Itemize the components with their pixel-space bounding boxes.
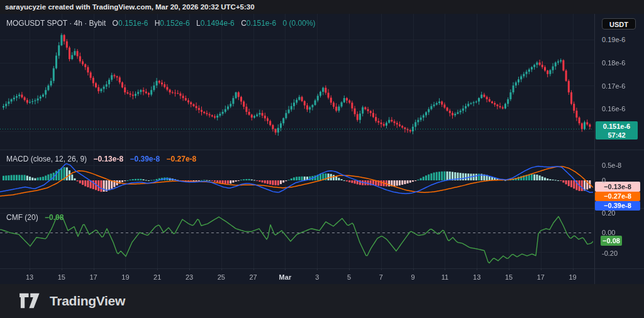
price-axis-label: 0.00 [602, 229, 615, 236]
price-axis-label: 0.5e-8 [602, 162, 621, 169]
pane-separator[interactable] [0, 150, 644, 150]
time-axis-label: 5 [347, 273, 351, 281]
cmf-title: CMF (20) [6, 213, 38, 222]
time-axis-label: 23 [186, 273, 193, 281]
time-axis-tick [573, 268, 574, 270]
ohlc-close-label: C [241, 19, 247, 28]
time-axis-tick [94, 268, 94, 270]
time-axis-tick [541, 268, 541, 270]
time-axis-tick [221, 268, 222, 270]
time-axis-tick [477, 268, 477, 270]
ohlc-low-value: 0.1494e-6 [201, 19, 235, 28]
symbol-title: MOGUSDT SPOT · 4h · Bybit [6, 19, 106, 28]
time-axis-tick [157, 268, 158, 270]
tradingview-logo-text: TradingView [50, 293, 125, 309]
chart-widget: sarayucyzie created with TradingView.com… [0, 0, 644, 318]
time-axis-tick [445, 268, 445, 270]
ohlc-low-label: L [196, 19, 201, 28]
price-axis-label: 0.20 [602, 209, 615, 217]
time-axis-separator [0, 268, 644, 269]
bottom-bar: TradingView [0, 284, 644, 318]
time-axis-label: 25 [218, 273, 225, 281]
time-axis-label: 7 [379, 273, 383, 281]
tradingview-logo-icon [19, 292, 44, 309]
time-axis-tick [62, 268, 62, 270]
time-axis-tick [413, 268, 414, 270]
last-price-value: 0.151e-6 [596, 122, 638, 131]
time-axis-tick [349, 268, 350, 270]
time-axis-label: 13 [473, 273, 480, 281]
time-axis-label: 3 [315, 273, 319, 281]
time-axis-label: 9 [411, 273, 415, 281]
time-axis-tick [285, 268, 286, 270]
macd-line-value: −0.39e-8 [130, 155, 160, 163]
time-axis-tick [509, 268, 509, 270]
cmf-legend: CMF (20) −0.08 [6, 213, 64, 222]
currency-toggle-button[interactable]: USDT [602, 18, 636, 30]
macd-legend: MACD (close, 12, 26, 9) −0.13e-8 −0.39e-… [6, 155, 196, 163]
macd-signal-value: −0.27e-8 [167, 155, 197, 163]
countdown-timer: 57:42 [596, 131, 638, 140]
ohlc-high-value: 0.152e-6 [160, 19, 189, 28]
time-axis-label: 11 [441, 273, 448, 281]
ohlc-open-label: O [113, 19, 118, 28]
time-axis-tick [30, 268, 30, 270]
time-axis-label: Mar [279, 273, 292, 281]
macd-title: MACD (close, 12, 26, 9) [6, 155, 87, 163]
price-axis-divider [594, 14, 595, 284]
time-axis-label: 27 [249, 273, 257, 281]
price-axis-label: 0.18e-6 [602, 59, 625, 67]
symbol-legend: MOGUSDT SPOT · 4h · Bybit O0.151e-6 H0.1… [6, 19, 316, 28]
time-axis-label: 21 [153, 273, 161, 281]
time-axis-tick [317, 268, 318, 270]
time-axis-label: 19 [121, 273, 129, 281]
tradingview-logo[interactable]: TradingView [19, 292, 125, 309]
price-axis-label: 0.17e-6 [602, 82, 625, 90]
price-axis-label: 0.16e-6 [602, 105, 625, 112]
time-axis-label: 15 [505, 273, 513, 281]
macd-signal-badge: −0.27e-8 [595, 192, 640, 201]
cmf-badge: −0.08 [601, 236, 622, 246]
time-axis-label: 17 [537, 273, 545, 281]
time-axis-label: 15 [58, 273, 65, 281]
time-axis-label: 17 [89, 273, 97, 281]
macd-hist-value: −0.13e-8 [93, 155, 123, 163]
pane-separator[interactable] [0, 208, 644, 209]
time-axis-tick [381, 268, 382, 270]
time-axis-tick [253, 268, 254, 270]
price-axis-label: -0.20 [602, 249, 618, 257]
change-value: 0 (0.00%) [283, 19, 316, 28]
ohlc-close-value: 0.151e-6 [247, 19, 276, 28]
chart-canvas[interactable] [0, 14, 594, 268]
price-axis-label: 0 [602, 177, 606, 184]
time-axis-label: 19 [569, 273, 576, 281]
time-axis-tick [125, 268, 126, 270]
cmf-value: −0.08 [45, 213, 64, 222]
time-axis-tick [189, 268, 190, 270]
last-price-badge: 0.151e-6 57:42 [596, 121, 638, 140]
attribution-bar: sarayucyzie created with TradingView.com… [0, 0, 644, 14]
price-axis-label: 0.19e-6 [602, 36, 625, 43]
ohlc-open-value: 0.151e-6 [118, 19, 148, 28]
time-axis-label: 13 [26, 273, 33, 281]
